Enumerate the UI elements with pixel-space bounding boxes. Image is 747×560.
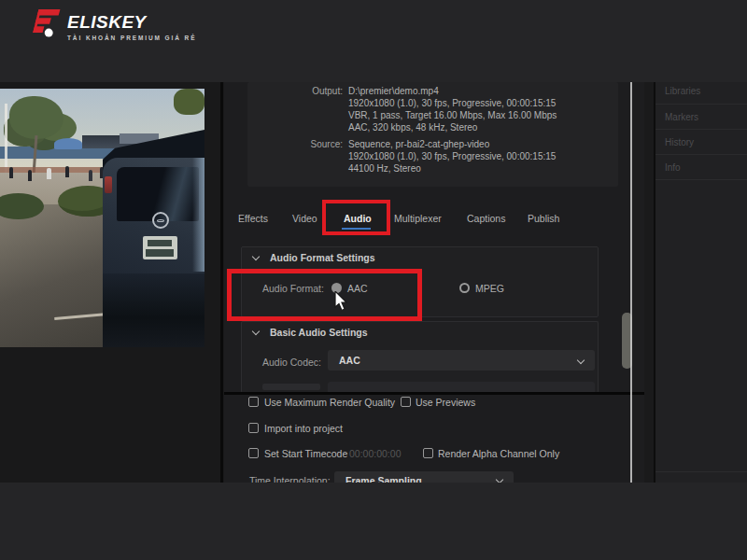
checkbox-render-alpha[interactable] <box>423 448 433 458</box>
output-line: AAC, 320 kbps, 48 kHz, Stereo <box>348 122 477 133</box>
tab-publish[interactable]: Publish <box>528 213 559 224</box>
source-label: Source: <box>249 139 343 149</box>
brand-name: ELISKEY <box>67 13 196 31</box>
brand-logo: ELISKEY TÀI KHOẢN PREMIUM GIÁ RẺ <box>31 9 196 41</box>
import-into-project-label[interactable]: Import into project <box>264 423 343 434</box>
pedestrian <box>65 166 69 177</box>
chevron-down-icon <box>578 357 585 365</box>
suv-illustration <box>103 117 204 347</box>
mouse-cursor <box>334 291 349 312</box>
export-summary-panel: Output: D:\premier\demo.mp4 1920x1080 (1… <box>247 82 618 187</box>
checkbox-use-previews[interactable] <box>401 397 411 407</box>
pedestrian <box>47 168 51 179</box>
source-line: Sequence, pr-bai2-cat-ghep-video <box>348 139 489 149</box>
checkbox-max-render-quality[interactable] <box>248 397 259 407</box>
checkbox-import-into-project[interactable] <box>248 423 259 433</box>
suv-taillight <box>105 176 112 193</box>
use-previews-label[interactable]: Use Previews <box>416 397 475 408</box>
toyota-badge <box>152 212 169 229</box>
bush-top-right <box>174 89 204 115</box>
output-line: D:\premier\demo.mp4 <box>348 86 439 96</box>
highlight-box-audio-tab <box>322 200 390 235</box>
license-plate <box>143 236 177 259</box>
clipped-row-label <box>262 384 320 390</box>
options-divider <box>224 392 644 395</box>
output-label: Output: <box>249 86 343 96</box>
brand-tagline: TÀI KHOẢN PREMIUM GIÁ RẺ <box>67 35 196 41</box>
source-line: 44100 Hz, Stereo <box>348 163 421 174</box>
panel-tab-libraries[interactable]: Libraries <box>655 82 747 105</box>
time-interpolation-dropdown[interactable]: Frame Sampling <box>334 471 514 483</box>
eliskey-logo-icon <box>31 9 61 39</box>
tab-effects[interactable]: Effects <box>238 213 268 224</box>
video-preview <box>0 89 204 347</box>
render-alpha-label[interactable]: Render Alpha Channel Only <box>438 448 559 459</box>
output-line: VBR, 1 pass, Target 16.00 Mbps, Max 16.0… <box>348 110 557 120</box>
pedestrian <box>9 167 13 178</box>
panel-tab-history[interactable]: History <box>655 130 747 155</box>
source-line: 1920x1080 (1.0), 30 fps, Progressive, 00… <box>348 151 556 161</box>
suv-bumper <box>103 273 204 347</box>
scrollbar-track-line <box>630 82 632 483</box>
panel-tab-markers[interactable]: Markers <box>655 105 747 130</box>
tab-multiplexer[interactable]: Multiplexer <box>394 213 442 224</box>
max-render-quality-label[interactable]: Use Maximum Render Quality <box>264 397 395 408</box>
pedestrian <box>89 170 92 181</box>
audio-codec-label: Audio Codec: <box>262 357 321 368</box>
section-title: Audio Format Settings <box>270 252 375 263</box>
panel-divider-left <box>220 82 223 483</box>
basic-audio-settings-section: Basic Audio Settings Audio Codec: AAC <box>241 321 599 393</box>
audio-codec-value: AAC <box>328 355 360 366</box>
time-interpolation-label: Time Interpolation: <box>249 475 331 483</box>
pedestrian <box>28 170 32 181</box>
output-line: 1920x1080 (1.0), 30 fps, Progressive, 00… <box>348 98 556 108</box>
chevron-down-icon <box>497 477 504 483</box>
set-start-timecode-label[interactable]: Set Start Timecode <box>264 448 347 459</box>
chevron-down-icon[interactable] <box>253 329 260 335</box>
time-interpolation-value: Frame Sampling <box>334 475 422 483</box>
radio-mpeg[interactable] <box>459 283 470 293</box>
checkbox-set-start-timecode[interactable] <box>248 448 259 458</box>
panel-tab-info[interactable]: Info <box>655 155 747 180</box>
background-panel-tabs: Libraries Markers History Info <box>655 82 747 483</box>
chevron-down-icon[interactable] <box>253 254 260 260</box>
tab-captions[interactable]: Captions <box>467 213 505 224</box>
timecode-value: 00:00:00:00 <box>349 448 401 459</box>
beach-umbrella <box>54 138 82 149</box>
radio-mpeg-label[interactable]: MPEG <box>475 283 504 294</box>
panel-bottom-separator <box>655 471 747 472</box>
suv-reflection <box>192 158 204 272</box>
highlight-box-audio-format <box>227 269 422 321</box>
tree-illustration <box>9 96 63 139</box>
section-title: Basic Audio Settings <box>270 327 368 338</box>
audio-codec-dropdown[interactable]: AAC <box>328 350 595 371</box>
tab-video[interactable]: Video <box>292 213 317 224</box>
